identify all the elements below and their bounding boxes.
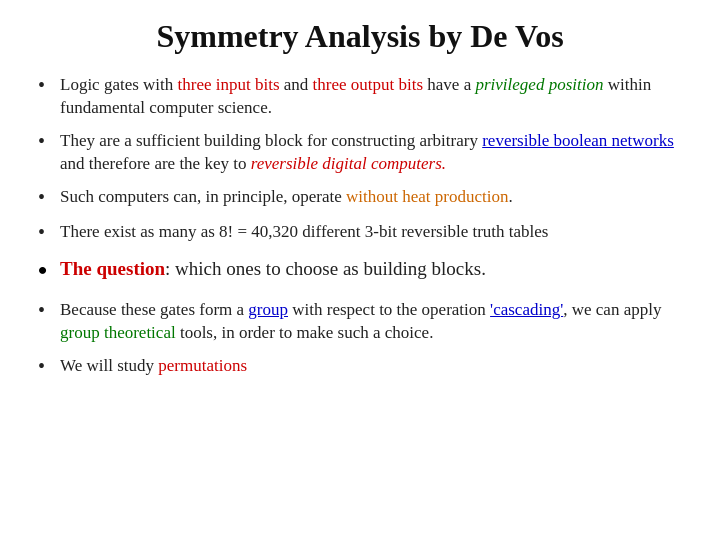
bullet-content: Such computers can, in principle, operat… — [60, 185, 682, 208]
bullet-point: • — [38, 72, 60, 100]
bullet-content: Logic gates with three input bits and th… — [60, 73, 682, 120]
list-item: •The question: which ones to choose as b… — [38, 256, 682, 289]
page-title: Symmetry Analysis by De Vos — [38, 18, 682, 55]
bullet-content: They are a sufficient building block for… — [60, 129, 682, 176]
list-item: •There exist as many as 8! = 40,320 diff… — [38, 220, 682, 247]
bullet-point: • — [38, 297, 60, 325]
list-item: •Such computers can, in principle, opera… — [38, 185, 682, 212]
list-item: •Because these gates form a group with r… — [38, 298, 682, 345]
bullet-content: We will study permutations — [60, 354, 682, 377]
list-item: •Logic gates with three input bits and t… — [38, 73, 682, 120]
bullet-point: • — [38, 128, 60, 156]
list-item: •They are a sufficient building block fo… — [38, 129, 682, 176]
bullet-point: • — [38, 353, 60, 381]
bullet-point: • — [38, 253, 60, 289]
bullet-list: •Logic gates with three input bits and t… — [38, 73, 682, 380]
main-container: Symmetry Analysis by De Vos •Logic gates… — [0, 0, 720, 540]
bullet-content: There exist as many as 8! = 40,320 diffe… — [60, 220, 682, 243]
bullet-point: • — [38, 184, 60, 212]
list-item: •We will study permutations — [38, 354, 682, 381]
bullet-content: The question: which ones to choose as bu… — [60, 256, 682, 282]
bullet-content: Because these gates form a group with re… — [60, 298, 682, 345]
bullet-point: • — [38, 219, 60, 247]
